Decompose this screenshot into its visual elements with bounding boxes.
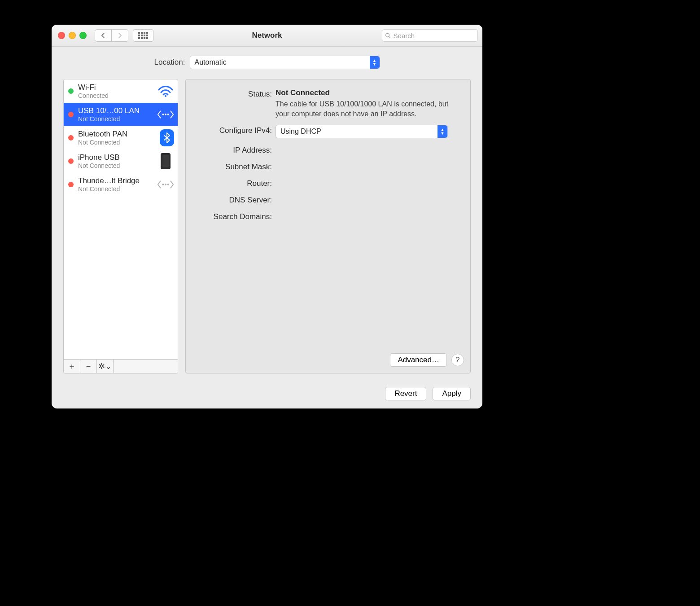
dns-server-row: DNS Server: [196,194,460,205]
status-dot-icon [68,135,74,141]
router-row: Router: [196,178,460,188]
chevron-right-icon [118,33,122,38]
chevron-left-icon [101,33,105,38]
interface-status: Not Connected [78,185,153,193]
zoom-button[interactable] [79,32,87,39]
thunderbolt-bridge-icon [157,176,174,193]
apply-button[interactable]: Apply [433,387,471,400]
configure-ipv4-value: Using DHCP [280,127,321,136]
ip-address-row: IP Address: [196,145,460,155]
back-button[interactable] [95,29,112,42]
svg-line-1 [389,36,390,38]
status-dot-icon [68,182,74,187]
interface-status: Not Connected [78,162,153,169]
location-row: Location: Automatic ▲▼ [63,56,471,69]
main-area: Wi-Fi Connected USB 10/…00 LAN Not Conne… [63,79,471,373]
select-arrows-icon: ▲▼ [370,56,380,69]
window-footer: Revert Apply [52,381,482,408]
detail-bottom: Advanced… ? [390,353,464,367]
interface-status: Not Connected [78,139,155,146]
location-select[interactable]: Automatic ▲▼ [190,56,380,69]
configure-ipv4-row: Configure IPv4: Using DHCP ▲▼ [196,125,460,138]
interface-name: iPhone USB [78,153,153,162]
plus-icon: ＋ [68,361,76,372]
iphone-icon [157,153,174,170]
detail-panel: Status: Not Connected The cable for USB … [185,79,471,373]
revert-button[interactable]: Revert [385,387,426,400]
status-dot-icon [68,158,74,164]
svg-point-2 [165,95,166,97]
dns-server-label: DNS Server: [196,194,276,205]
svg-point-4 [165,114,166,115]
interface-sidebar: Wi-Fi Connected USB 10/…00 LAN Not Conne… [63,79,178,373]
svg-point-6 [162,184,164,185]
location-value: Automatic [195,58,227,66]
search-input[interactable] [393,31,475,40]
subnet-mask-label: Subnet Mask: [196,161,276,171]
status-description: The cable for USB 10/100/1000 LAN is con… [276,99,460,119]
bluetooth-icon [160,129,174,146]
sidebar-item-iphone-usb[interactable]: iPhone USB Not Connected [64,149,178,173]
status-dot-icon [68,112,74,117]
interface-status: Connected [78,92,153,99]
location-label: Location: [154,58,185,67]
sidebar-item-usb-lan[interactable]: USB 10/…00 LAN Not Connected [64,103,178,126]
interface-status: Not Connected [78,115,153,123]
svg-point-8 [167,184,169,185]
nav-buttons [95,29,128,42]
show-all-button[interactable] [133,29,153,42]
interface-actions-menu[interactable]: ✲⌄ [97,360,114,373]
help-button[interactable]: ? [451,354,464,366]
svg-point-7 [165,184,166,185]
configure-ipv4-label: Configure IPv4: [196,125,276,135]
wifi-icon [157,83,174,100]
add-interface-button[interactable]: ＋ [64,360,80,373]
sidebar-footer: ＋ − ✲⌄ [64,359,178,373]
traffic-lights [58,32,87,39]
sidebar-item-wifi[interactable]: Wi-Fi Connected [64,79,178,103]
ip-address-label: IP Address: [196,145,276,155]
svg-point-5 [167,114,169,115]
help-icon: ? [456,356,460,364]
status-row: Status: Not Connected The cable for USB … [196,88,460,119]
status-label: Status: [196,88,276,99]
status-dot-icon [68,88,74,94]
minimize-button[interactable] [69,32,76,39]
router-label: Router: [196,178,276,188]
titlebar: Network [52,25,482,47]
sidebar-item-thunderbolt-bridge[interactable]: Thunde…lt Bridge Not Connected [64,173,178,196]
network-preferences-window: Network Location: Automatic ▲▼ [52,25,482,408]
interface-name: Wi-Fi [78,83,153,92]
advanced-button[interactable]: Advanced… [390,353,447,367]
select-arrows-icon: ▲▼ [438,125,447,138]
subnet-mask-row: Subnet Mask: [196,161,460,171]
interface-name: Bluetooth PAN [78,130,155,139]
svg-point-3 [162,114,164,115]
interface-list: Wi-Fi Connected USB 10/…00 LAN Not Conne… [64,79,178,359]
search-domains-label: Search Domains: [196,211,276,221]
search-icon [385,32,391,39]
sidebar-item-bluetooth-pan[interactable]: Bluetooth PAN Not Connected [64,126,178,149]
interface-name: USB 10/…00 LAN [78,106,153,115]
search-field[interactable] [382,29,478,42]
grid-icon [138,32,148,39]
remove-interface-button[interactable]: − [80,360,97,373]
search-domains-row: Search Domains: [196,211,460,221]
ethernet-icon [157,106,174,123]
gear-icon: ✲⌄ [98,361,112,371]
close-button[interactable] [58,32,65,39]
configure-ipv4-select[interactable]: Using DHCP ▲▼ [276,125,448,138]
minus-icon: − [86,362,91,371]
window-body: Location: Automatic ▲▼ Wi-Fi Connected [52,47,482,381]
forward-button[interactable] [112,29,128,42]
interface-name: Thunde…lt Bridge [78,176,153,185]
status-value: Not Connected [276,88,330,97]
svg-point-0 [386,33,389,37]
